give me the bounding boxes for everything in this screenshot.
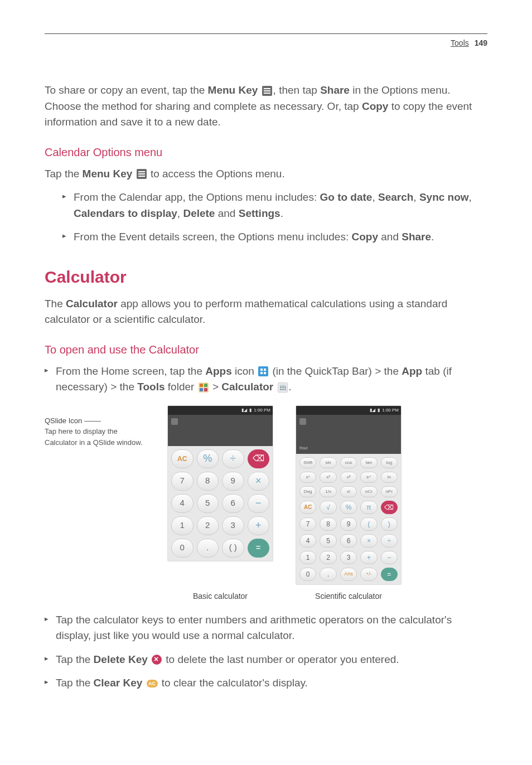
qslide-icon[interactable] [171, 418, 178, 425]
key-deg[interactable]: Deg [299, 486, 316, 497]
list-item: From the Event details screen, the Optio… [62, 229, 487, 245]
qslide-icon[interactable] [299, 418, 306, 425]
text: . [280, 207, 283, 219]
text: to delete the last number or operator yo… [163, 653, 399, 665]
key-0[interactable]: 0 [171, 539, 194, 558]
apps-icon [258, 366, 268, 376]
key-ans[interactable]: Ans [340, 568, 357, 581]
text: From the Calendar app, the Options menu … [74, 191, 320, 203]
key-equals[interactable]: = [248, 539, 270, 558]
delete-key-label: Delete Key [94, 653, 151, 665]
key-plus[interactable]: + [360, 551, 377, 564]
menu-key-label: Menu Key [83, 168, 136, 180]
share-label: Share [320, 84, 350, 96]
key-fact[interactable]: x! [340, 486, 357, 497]
key-delete[interactable]: ⌫ [248, 449, 270, 468]
key-3[interactable]: 3 [222, 516, 244, 535]
key-8[interactable]: 8 [197, 472, 219, 491]
status-bar: ▮◢ ▮ 1:00 PM [168, 406, 273, 415]
key-sqrt[interactable]: √ [320, 501, 336, 514]
clear-key-label: Clear Key [94, 677, 146, 689]
calculator-intro: The Calculator app allows you to perform… [45, 296, 487, 328]
key-3[interactable]: 3 [340, 551, 357, 564]
key-paren[interactable]: ( ) [222, 539, 244, 558]
key-5[interactable]: 5 [197, 494, 219, 513]
key-lparen[interactable]: ( [360, 517, 377, 531]
status-time: 1:00 PM [254, 407, 270, 414]
text: and [215, 207, 238, 219]
battery-icon: ▮ [249, 407, 252, 414]
key-inv[interactable]: 1/x [320, 486, 336, 497]
key-7[interactable]: 7 [299, 517, 316, 531]
calculator-app-label: Calculator [221, 381, 273, 393]
key-plusminus[interactable]: +/- [360, 568, 377, 581]
key-cos[interactable]: cos [340, 457, 357, 468]
text: Tap the [45, 168, 83, 180]
key-percent[interactable]: % [197, 449, 219, 468]
tap-menu-paragraph: Tap the Menu Key to access the Options m… [45, 166, 487, 182]
copy-label: Copy [362, 100, 389, 112]
opt-label: Search [378, 191, 413, 203]
key-shift[interactable]: Shift [299, 457, 316, 468]
text: > [210, 381, 222, 393]
key-equals[interactable]: = [381, 568, 398, 581]
key-ln[interactable]: ln [381, 472, 398, 483]
key-percent[interactable]: % [340, 501, 357, 514]
mode-label: Rad [299, 445, 308, 452]
scientific-keypad: Shift sin cos tan log xʸ x² x³ eˣ ln Deg… [296, 454, 401, 584]
key-log[interactable]: log [381, 457, 398, 468]
key-minus[interactable]: − [381, 551, 398, 564]
app-tab-label: App [402, 365, 422, 377]
key-1[interactable]: 1 [171, 516, 194, 535]
key-6[interactable]: 6 [222, 494, 244, 513]
text: From the Event details screen, the Optio… [74, 231, 351, 243]
text: (in the QuickTap Bar) > the [269, 365, 402, 377]
key-2[interactable]: 2 [197, 516, 219, 535]
key-npr[interactable]: nPr [381, 486, 398, 497]
key-divide[interactable]: ÷ [222, 449, 244, 468]
text: , [413, 191, 419, 203]
key-5[interactable]: 5 [320, 534, 336, 548]
key-xy[interactable]: xʸ [299, 472, 316, 483]
menu-key-icon [137, 169, 147, 179]
key-rparen[interactable]: ) [381, 517, 398, 531]
key-pi[interactable]: π [360, 501, 377, 514]
key-1[interactable]: 1 [299, 551, 316, 564]
key-plus[interactable]: + [248, 516, 270, 535]
key-9[interactable]: 9 [340, 517, 357, 531]
key-7[interactable]: 7 [171, 472, 194, 491]
key-ac[interactable]: AC [171, 449, 194, 468]
key-divide[interactable]: ÷ [381, 534, 398, 548]
key-0[interactable]: 0 [299, 568, 316, 581]
key-ncr[interactable]: nCr [360, 486, 377, 497]
key-minus[interactable]: − [248, 494, 270, 513]
key-8[interactable]: 8 [320, 517, 336, 531]
key-sin[interactable]: sin [320, 457, 336, 468]
status-bar: ▮◢ ▮ 1:00 PM [296, 406, 401, 415]
key-x2[interactable]: x² [320, 472, 336, 483]
key-dot[interactable]: . [320, 568, 336, 581]
text: and [378, 231, 402, 243]
calculator-display [168, 415, 273, 446]
basic-calculator-screenshot: ▮◢ ▮ 1:00 PM AC % ÷ ⌫ 7 8 9 × 4 5 6 [167, 405, 273, 561]
tools-folder-icon [199, 382, 209, 393]
key-multiply[interactable]: × [360, 534, 377, 548]
key-4[interactable]: 4 [299, 534, 316, 548]
text: , then tap [273, 84, 321, 96]
signal-icon: ▮◢ [370, 407, 375, 414]
key-delete[interactable]: ⌫ [381, 501, 398, 514]
key-multiply[interactable]: × [248, 472, 270, 491]
key-ex[interactable]: eˣ [360, 472, 377, 483]
key-4[interactable]: 4 [171, 494, 194, 513]
menu-key-label: Menu Key [208, 84, 261, 96]
key-9[interactable]: 9 [222, 472, 244, 491]
text: , [177, 207, 183, 219]
key-tan[interactable]: tan [360, 457, 377, 468]
key-2[interactable]: 2 [320, 551, 336, 564]
opt-label: Sync now [419, 191, 469, 203]
key-dot[interactable]: . [197, 539, 219, 558]
key-ac[interactable]: AC [299, 501, 316, 514]
key-x3[interactable]: x³ [340, 472, 357, 483]
tools-label: Tools [137, 381, 165, 393]
key-6[interactable]: 6 [340, 534, 357, 548]
